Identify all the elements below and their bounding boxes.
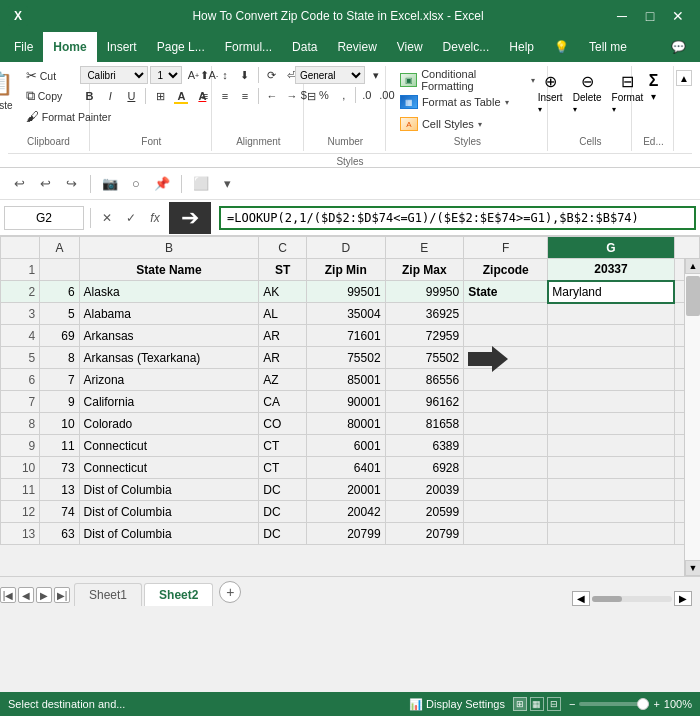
cell-F[interactable]: [464, 457, 548, 479]
align-bottom-button[interactable]: ⬇: [236, 66, 254, 84]
cell-E[interactable]: 20039: [385, 479, 464, 501]
cell-D[interactable]: 20042: [306, 501, 385, 523]
zoom-out-button[interactable]: −: [569, 698, 575, 710]
cell-C[interactable]: CO: [259, 413, 307, 435]
cell-E[interactable]: 81658: [385, 413, 464, 435]
cell-D[interactable]: 20001: [306, 479, 385, 501]
cell-styles-button[interactable]: A Cell Styles ▾: [396, 114, 539, 134]
cell-B[interactable]: Dist of Columbia: [79, 501, 259, 523]
cell-F[interactable]: [464, 479, 548, 501]
cell-G[interactable]: [548, 435, 674, 457]
cell-A[interactable]: 7: [40, 369, 79, 391]
cell-A[interactable]: 10: [40, 413, 79, 435]
number-format-dropdown[interactable]: ▾: [367, 66, 385, 84]
col-header-F[interactable]: F: [464, 237, 548, 259]
sheet-scrollbar-thumb[interactable]: [592, 596, 622, 602]
col-header-E[interactable]: E: [385, 237, 464, 259]
delete-cells-button[interactable]: ⊖ Delete ▾: [569, 70, 606, 116]
cell-E[interactable]: 36925: [385, 303, 464, 325]
cell-C[interactable]: DC: [259, 501, 307, 523]
align-top-button[interactable]: ⬆: [196, 66, 214, 84]
menu-review[interactable]: Review: [327, 32, 386, 62]
cell-G[interactable]: Maryland: [548, 281, 674, 303]
cell-G[interactable]: [548, 479, 674, 501]
cell-D[interactable]: 6001: [306, 435, 385, 457]
ribbon-collapse-button[interactable]: ▲: [676, 70, 692, 86]
cell-D[interactable]: 6401: [306, 457, 385, 479]
vertical-scrollbar[interactable]: ▲ ▼: [684, 258, 700, 576]
cell-A[interactable]: 8: [40, 347, 79, 369]
cell-B[interactable]: Arkansas: [79, 325, 259, 347]
cell-G[interactable]: [548, 523, 674, 545]
display-settings-button[interactable]: 📊 Display Settings: [409, 698, 505, 711]
cancel-formula-button[interactable]: ✕: [97, 208, 117, 228]
paste-button[interactable]: 📋 Paste: [0, 66, 18, 115]
cell-B[interactable]: Connecticut: [79, 457, 259, 479]
cell-D[interactable]: 75502: [306, 347, 385, 369]
cell-D[interactable]: 90001: [306, 391, 385, 413]
cell-C[interactable]: DC: [259, 479, 307, 501]
cell-B[interactable]: Arkansas (Texarkana): [79, 347, 259, 369]
cell-A[interactable]: 63: [40, 523, 79, 545]
scroll-sheet-left[interactable]: ◀: [572, 591, 590, 606]
decrease-decimal-button[interactable]: .0: [358, 86, 376, 104]
font-size-select[interactable]: 11: [150, 66, 182, 84]
autosum-button[interactable]: Σ ▾: [645, 70, 663, 104]
cell-E[interactable]: 86556: [385, 369, 464, 391]
number-format-select[interactable]: General: [295, 66, 365, 84]
cell-G[interactable]: 20337: [548, 259, 674, 281]
cell-G[interactable]: [548, 369, 674, 391]
cell-B[interactable]: Alaska: [79, 281, 259, 303]
zoom-in-button[interactable]: +: [653, 698, 659, 710]
comma-button[interactable]: ,: [335, 86, 353, 104]
cell-C[interactable]: AK: [259, 281, 307, 303]
menu-tell-me[interactable]: Tell me: [579, 32, 637, 62]
sheet-tab-sheet1[interactable]: Sheet1: [74, 583, 142, 606]
font-family-select[interactable]: Calibri: [80, 66, 148, 84]
sheet-tab-sheet2[interactable]: Sheet2: [144, 583, 213, 606]
zoom-slider[interactable]: [579, 702, 649, 706]
cell-C[interactable]: CA: [259, 391, 307, 413]
cell-B[interactable]: Connecticut: [79, 435, 259, 457]
percent-button[interactable]: %: [315, 86, 333, 104]
cell-C[interactable]: AL: [259, 303, 307, 325]
menu-data[interactable]: Data: [282, 32, 327, 62]
cell-G[interactable]: [548, 303, 674, 325]
quick-access-new[interactable]: ↩: [8, 173, 30, 195]
menu-file[interactable]: File: [4, 32, 43, 62]
cell-C[interactable]: ST: [259, 259, 307, 281]
cell-reference-input[interactable]: [4, 206, 84, 230]
cell-A[interactable]: 9: [40, 391, 79, 413]
col-header-D[interactable]: D: [306, 237, 385, 259]
cell-A[interactable]: 74: [40, 501, 79, 523]
cell-F[interactable]: [464, 303, 548, 325]
cell-B[interactable]: Dist of Columbia: [79, 479, 259, 501]
cell-D[interactable]: 80001: [306, 413, 385, 435]
align-left-button[interactable]: ≡: [196, 87, 214, 105]
align-right-button[interactable]: ≡: [236, 87, 254, 105]
cell-F[interactable]: State: [464, 281, 548, 303]
align-middle-button[interactable]: ↕: [216, 66, 234, 84]
cell-G[interactable]: [548, 413, 674, 435]
scroll-up-button[interactable]: ▲: [685, 258, 700, 274]
cell-C[interactable]: CT: [259, 435, 307, 457]
col-header-B[interactable]: B: [79, 237, 259, 259]
menu-help[interactable]: Help: [499, 32, 544, 62]
scroll-thumb[interactable]: [686, 276, 700, 316]
cell-G[interactable]: [548, 501, 674, 523]
scroll-sheet-right[interactable]: ▶: [674, 591, 692, 606]
cell-E[interactable]: 96162: [385, 391, 464, 413]
quick-access-dropdown[interactable]: ▾: [216, 173, 238, 195]
cell-C[interactable]: AR: [259, 325, 307, 347]
cell-D[interactable]: 35004: [306, 303, 385, 325]
conditional-formatting-button[interactable]: ▣ Conditional Formatting ▾: [396, 70, 539, 90]
normal-view-button[interactable]: ⊞: [513, 697, 527, 711]
menu-developer[interactable]: Develc...: [433, 32, 500, 62]
quick-access-redo[interactable]: ↪: [60, 173, 82, 195]
quick-access-another[interactable]: ⬜: [190, 173, 212, 195]
cell-E[interactable]: 72959: [385, 325, 464, 347]
cell-A[interactable]: 6: [40, 281, 79, 303]
first-sheet-button[interactable]: |◀: [0, 587, 16, 603]
menu-home[interactable]: Home: [43, 32, 96, 62]
cell-C[interactable]: DC: [259, 523, 307, 545]
